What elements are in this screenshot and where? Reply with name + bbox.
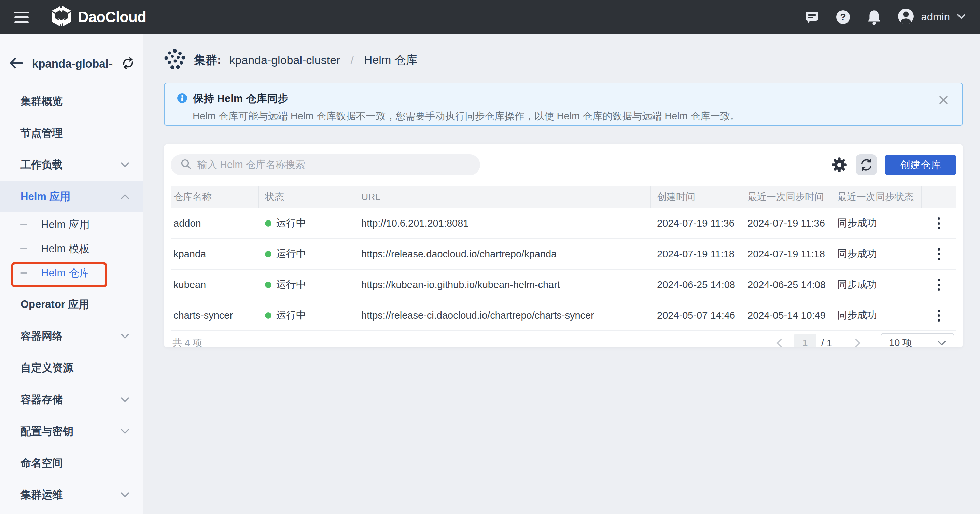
- status-dot: [265, 312, 272, 319]
- sidebar-item-label: 工作负载: [21, 158, 63, 172]
- repo-url-cell: https://kubean-io.github.io/kubean-helm-…: [355, 279, 651, 290]
- sidebar-item-label: 自定义资源: [21, 361, 73, 375]
- brand-name: DaoCloud: [78, 8, 146, 25]
- created-time-cell: 2024-06-25 14:08: [651, 279, 741, 290]
- chevron-down-icon: [120, 162, 130, 168]
- refresh-button[interactable]: [856, 154, 877, 175]
- kebab-menu-icon[interactable]: [932, 275, 945, 294]
- search-input[interactable]: 输入 Helm 仓库名称搜索: [171, 154, 480, 175]
- column-header: 最近一次同步时间: [741, 186, 831, 208]
- chevron-up-icon: [120, 194, 130, 200]
- close-icon[interactable]: [938, 95, 948, 105]
- gear-icon[interactable]: [831, 157, 848, 173]
- status-cell: 运行中: [259, 216, 355, 230]
- sidebar-item-helm-apps-group[interactable]: Helm 应用: [0, 181, 143, 212]
- page-number-input[interactable]: [794, 334, 816, 347]
- daocloud-cube-icon: [51, 5, 72, 29]
- last-sync-time-cell: 2024-07-19 11:36: [741, 218, 831, 229]
- sidebar-item-workloads[interactable]: 工作负载: [0, 149, 143, 181]
- chevron-right-icon[interactable]: [851, 335, 864, 347]
- username: admin: [921, 11, 950, 23]
- status-dot: [265, 282, 272, 288]
- repo-table: 仓库名称状态URL创建时间最近一次同步时间最近一次同步状态 addon运行中ht…: [171, 186, 956, 331]
- breadcrumb-cluster[interactable]: kpanda-global-cluster: [229, 54, 340, 67]
- repo-url-cell: https://release-ci.daocloud.io/chartrepo…: [355, 310, 651, 321]
- sidebar-item-container-storage[interactable]: 容器存储: [0, 384, 143, 416]
- brand-logo[interactable]: DaoCloud: [51, 5, 146, 29]
- switch-cluster-icon[interactable]: [122, 57, 135, 71]
- cluster-dots-icon: [164, 48, 186, 72]
- last-sync-time-cell: 2024-05-14 10:49: [741, 310, 831, 321]
- user-menu[interactable]: admin: [897, 8, 966, 26]
- sidebar-item-label: 集群运维: [21, 488, 63, 502]
- page-total: / 1: [821, 338, 832, 348]
- chevron-down-icon: [120, 397, 130, 403]
- sidebar-item-label: 集群概览: [21, 94, 63, 108]
- sidebar-item-config-secrets[interactable]: 配置与密钥: [0, 416, 143, 447]
- sidebar-item-helm-apps[interactable]: Helm 应用: [0, 212, 143, 236]
- repo-table-card: 输入 Helm 仓库名称搜索: [164, 144, 963, 347]
- sidebar-item-label: Operator 应用: [21, 297, 89, 312]
- sidebar-item-node-management[interactable]: 节点管理: [0, 117, 143, 149]
- sidebar-item-cluster-ops[interactable]: 集群运维: [0, 479, 143, 511]
- status-dot: [265, 220, 272, 227]
- bell-icon[interactable]: [867, 9, 882, 25]
- column-header: 最近一次同步状态: [831, 186, 922, 208]
- repo-name-cell: kpanda: [171, 249, 259, 260]
- created-time-cell: 2024-07-19 11:36: [651, 218, 741, 229]
- sub-item-dash: [21, 272, 27, 274]
- repo-url-cell: http://10.6.201.201:8081: [355, 218, 651, 229]
- total-count: 共 4 项: [172, 336, 202, 347]
- status-text: 运行中: [276, 278, 306, 292]
- sidebar-item-label: 配置与密钥: [21, 424, 73, 439]
- create-repo-button[interactable]: 创建仓库: [885, 155, 956, 175]
- sidebar-item-label: Helm 应用: [41, 217, 90, 232]
- repo-name-cell: kubean: [171, 279, 259, 290]
- sidebar-item-label: 容器网络: [21, 329, 63, 343]
- sidebar-item-label: Helm 模板: [41, 242, 90, 256]
- table-row: addon运行中http://10.6.201.201:80812024-07-…: [171, 208, 956, 239]
- hamburger-menu-icon[interactable]: [14, 12, 29, 23]
- search-placeholder: 输入 Helm 仓库名称搜索: [197, 158, 305, 172]
- table-footer: 共 4 项 / 1 10 项: [164, 331, 963, 347]
- sidebar-item-operator-apps[interactable]: Operator 应用: [0, 289, 143, 320]
- sidebar-item-namespaces[interactable]: 命名空间: [0, 447, 143, 479]
- sidebar-item-cluster-overview[interactable]: 集群概览: [0, 85, 143, 117]
- sidebar-item-helm-repos[interactable]: Helm 仓库: [0, 261, 143, 285]
- status-cell: 运行中: [259, 247, 355, 261]
- pagination: / 1 10 项: [773, 333, 955, 347]
- sub-item-dash: [21, 248, 27, 249]
- info-icon: [177, 93, 188, 105]
- sidebar-item-label: Helm 仓库: [41, 266, 90, 280]
- help-icon[interactable]: ?: [835, 9, 851, 25]
- svg-text:?: ?: [840, 12, 846, 22]
- banner-description: Helm 仓库可能与远端 Helm 仓库数据不一致，您需要手动执行同步仓库操作，…: [192, 109, 950, 123]
- sidebar-item-helm-templates[interactable]: Helm 模板: [0, 236, 143, 261]
- sidebar-item-label: 容器存储: [21, 392, 63, 407]
- sidebar-item-custom-resources[interactable]: 自定义资源: [0, 352, 143, 384]
- back-arrow-icon[interactable]: [10, 58, 23, 70]
- chevron-left-icon[interactable]: [773, 335, 786, 347]
- repo-name-cell: addon: [171, 218, 259, 229]
- banner-title: 保持 Helm 仓库同步: [193, 92, 288, 106]
- info-banner: 保持 Helm 仓库同步 Helm 仓库可能与远端 Helm 仓库数据不一致，您…: [164, 82, 963, 125]
- actions-cell: [922, 306, 956, 325]
- sync-status-cell: 同步成功: [831, 309, 922, 322]
- kebab-menu-icon[interactable]: [932, 245, 945, 263]
- sidebar-item-container-network[interactable]: 容器网络: [0, 320, 143, 352]
- sidebar-item-label: Helm 应用: [21, 189, 70, 204]
- repo-name-cell: charts-syncer: [171, 310, 259, 321]
- sync-status-cell: 同步成功: [831, 278, 922, 292]
- main-content: 集群: kpanda-global-cluster / Helm 仓库 保持 H…: [143, 34, 980, 514]
- kebab-menu-icon[interactable]: [932, 306, 945, 325]
- kebab-menu-icon[interactable]: [932, 214, 945, 233]
- page-size-select[interactable]: 10 项: [881, 333, 955, 347]
- table-row: charts-syncer运行中https://release-ci.daocl…: [171, 300, 956, 331]
- repo-url-cell: https://release.daocloud.io/chartrepo/kp…: [355, 249, 651, 260]
- status-text: 运行中: [276, 216, 306, 230]
- chat-icon[interactable]: [805, 10, 819, 25]
- column-header: 状态: [259, 186, 355, 208]
- actions-cell: [922, 245, 956, 263]
- breadcrumb-separator: /: [350, 54, 353, 67]
- sidebar-cluster-name: kpanda-global-cl...: [32, 57, 113, 70]
